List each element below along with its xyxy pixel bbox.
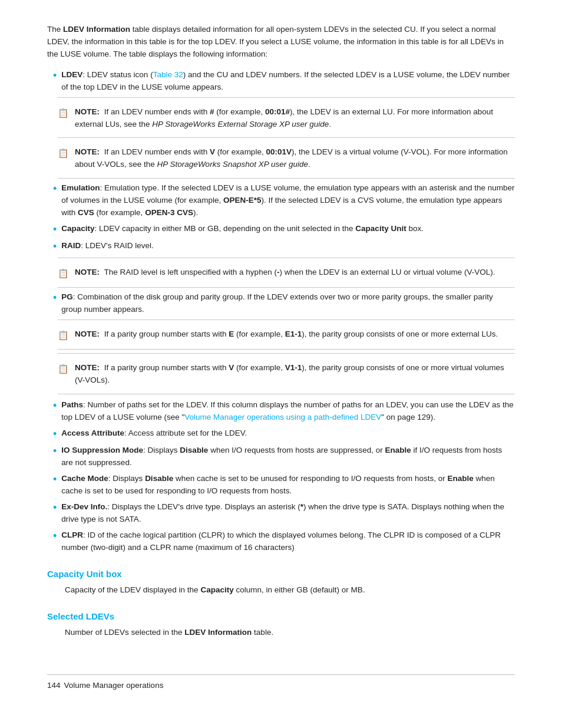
list-item: • LDEV: LDEV status icon (Table 32) and … (47, 69, 515, 94)
list-item: • Cache Mode: Displays Disable when cach… (47, 473, 515, 498)
note-text-raid: NOTE: The RAID level is left unspecified… (75, 266, 495, 279)
table32-link[interactable]: Table 32 (153, 70, 183, 79)
note-text-ldev1: NOTE: If an LDEV number ends with # (for… (75, 106, 515, 131)
list-item: • CLPR: ID of the cache logical partitio… (47, 529, 515, 554)
list-item: • Emulation: Emulation type. If the sele… (47, 182, 515, 219)
exdev-bullet-text: Ex-Dev Info.: Displays the LDEV's drive … (61, 501, 515, 526)
note-icon: 📋 (58, 106, 69, 120)
page-footer: 144 Volume Manager operations (47, 674, 515, 692)
bullet-icon: • (53, 182, 57, 196)
note-text-pg1: NOTE: If a parity group number starts wi… (75, 328, 498, 341)
clpr-bullet-text: CLPR: ID of the cache logical partition … (61, 529, 515, 554)
capacity-unit-heading: Capacity Unit box (47, 567, 515, 581)
bullet-icon: • (53, 444, 57, 458)
bullet-icon: • (53, 69, 57, 83)
raid-bullet-text: RAID: LDEV's RAID level. (61, 240, 515, 252)
bullet-icon: • (53, 473, 57, 486)
intro-paragraph: The LDEV Information table displays deta… (47, 24, 515, 61)
list-item: • Paths: Number of paths set for the LDE… (47, 399, 515, 424)
bullet-icon: • (53, 291, 57, 305)
capacity-bullet-text: Capacity: LDEV capacity in either MB or … (61, 223, 515, 235)
list-item: • Ex-Dev Info.: Displays the LDEV's driv… (47, 501, 515, 526)
cache-bullet-text: Cache Mode: Displays Disable when cache … (61, 473, 515, 498)
selected-ldevs-heading: Selected LDEVs (47, 610, 515, 623)
note-block-ldev2: 📋 NOTE: If an LDEV number ends with V (f… (58, 141, 515, 179)
paths-bullet-text: Paths: Number of paths set for the LDEV.… (61, 399, 515, 424)
list-item: • RAID: LDEV's RAID level. (47, 240, 515, 253)
io-bullet-text: IO Suppression Mode: Displays Disable wh… (61, 444, 515, 469)
selected-ldevs-body: Number of LDEVs selected in the LDEV Inf… (65, 627, 515, 639)
divider (58, 178, 515, 179)
note-text-pg2: NOTE: If a parity group number starts wi… (75, 362, 515, 387)
pg-bullet-text: PG: Combination of the disk group and pa… (61, 291, 515, 316)
ldev-bullet-text: LDEV: LDEV status icon (Table 32) and th… (61, 69, 515, 94)
note-text-ldev2: NOTE: If an LDEV number ends with V (for… (75, 146, 515, 171)
emulation-bullet-text: Emulation: Emulation type. If the select… (61, 182, 515, 219)
path-link[interactable]: Volume Manager operations using a path-d… (184, 413, 381, 421)
capacity-unit-body: Capacity of the LDEV displayed in the Ca… (65, 584, 515, 597)
divider (58, 394, 515, 394)
note-block-pg1: 📋 NOTE: If a parity group number starts … (58, 319, 515, 350)
divider (58, 349, 515, 350)
note-icon-raid: 📋 (58, 266, 69, 280)
bullet-icon: • (53, 399, 57, 413)
bullet-icon: • (53, 240, 57, 253)
capacity-unit-section: Capacity Unit box Capacity of the LDEV d… (47, 567, 515, 597)
note-block-ldev1: 📋 NOTE: If an LDEV number ends with # (f… (58, 97, 515, 139)
list-item: • Access Attribute: Access attribute set… (47, 427, 515, 441)
access-bullet-text: Access Attribute: Access attribute set f… (61, 427, 515, 440)
bullet-icon: • (53, 427, 57, 441)
divider (58, 137, 515, 138)
bullet-icon: • (53, 501, 57, 515)
note-block-raid: 📋 NOTE: The RAID level is left unspecifi… (58, 258, 515, 288)
note-icon-pg2: 📋 (58, 362, 69, 375)
list-item: • Capacity: LDEV capacity in either MB o… (47, 223, 515, 236)
selected-ldevs-section: Selected LDEVs Number of LDEVs selected … (47, 610, 515, 639)
note-icon-2: 📋 (58, 146, 69, 160)
list-item: • PG: Combination of the disk group and … (47, 291, 515, 316)
divider (58, 97, 515, 98)
divider (58, 258, 515, 258)
bullet-icon: • (53, 529, 57, 543)
footer-text: Volume Manager operations (64, 680, 164, 692)
note-icon-pg1: 📋 (58, 328, 69, 342)
bullet-icon: • (53, 223, 57, 236)
page-number: 144 (47, 680, 61, 692)
divider (58, 353, 515, 354)
list-item: • IO Suppression Mode: Displays Disable … (47, 444, 515, 469)
divider (58, 287, 515, 288)
divider (58, 319, 515, 320)
note-block-pg2: 📋 NOTE: If a parity group number starts … (58, 353, 515, 394)
